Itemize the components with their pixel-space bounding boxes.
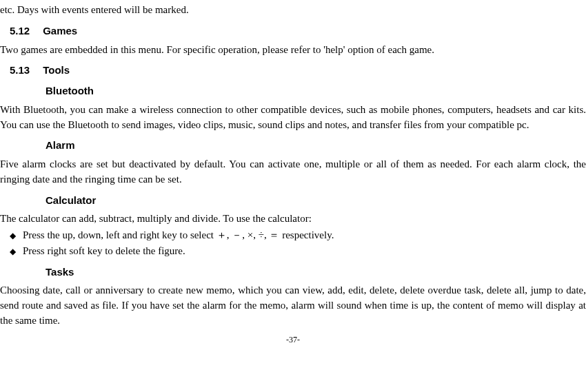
section-title: Games [43,25,77,37]
section-title: Tools [43,64,70,76]
bluetooth-body: With Bluetooth, you can make a wireless … [0,103,586,133]
games-body: Two games are embedded in this menu. For… [0,43,586,58]
alarm-body: Five alarm clocks are set but deactivate… [0,157,586,187]
calculator-bullets: Press the up, down, left and right key t… [0,228,586,259]
section-heading-tools: 5.13 Tools [10,63,586,78]
orphan-line: etc. Days with events entered will be ma… [0,3,586,18]
section-heading-games: 5.12 Games [10,23,586,39]
document-page: etc. Days with events entered will be ma… [0,3,586,346]
subsection-bluetooth: Bluetooth [46,83,586,99]
section-number: 5.13 [10,63,40,78]
list-item: Press right soft key to delete the figur… [10,244,586,259]
subsection-alarm: Alarm [46,138,586,153]
tasks-body: Choosing date, call or anniversary to cr… [0,283,586,328]
subsection-calculator: Calculator [46,193,586,208]
list-item: Press the up, down, left and right key t… [10,228,586,243]
page-number: -37- [0,334,586,346]
subsection-tasks: Tasks [46,265,586,280]
calculator-intro: The calculator can add, subtract, multip… [0,212,586,227]
section-number: 5.12 [10,23,40,39]
